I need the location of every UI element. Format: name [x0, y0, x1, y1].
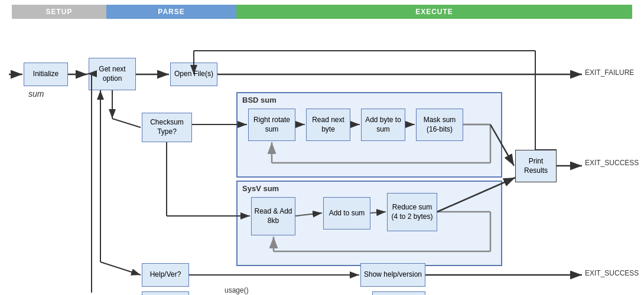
sum-label: sum [28, 89, 44, 99]
phase-bar: SETUP PARSE EXECUTE [12, 5, 632, 19]
read-add-8kb-box: Read & Add 8kb [251, 197, 295, 235]
usage-label: usage() [225, 286, 249, 294]
initialize-box: Initialize [24, 63, 68, 86]
svg-line-8 [112, 119, 141, 127]
unknown-box: Unknown [142, 291, 189, 295]
get-next-option-box: Get next option [89, 58, 136, 90]
phase-setup: SETUP [12, 5, 106, 19]
show-help-box: Show help [372, 291, 425, 295]
svg-line-35 [100, 262, 141, 275]
phase-parse: PARSE [106, 5, 236, 19]
diagram: BSD sum SysV sum Initialize sum Get next… [6, 21, 638, 293]
read-next-byte-box: Read next byte [306, 109, 350, 141]
show-help-version-box: Show help/version [360, 263, 425, 287]
sysv-group-label: SysV sum [242, 184, 279, 193]
add-byte-to-sum-box: Add byte to sum [361, 109, 405, 141]
open-files-box: Open File(s) [170, 63, 217, 86]
print-results-box: Print Results [515, 150, 557, 182]
exit-success-2: EXIT_SUCCESS [585, 269, 639, 277]
mask-sum-box: Mask sum (16-bits) [416, 109, 463, 141]
phase-execute: EXECUTE [236, 5, 632, 19]
add-to-sum-box: Add to sum [323, 197, 370, 230]
reduce-sum-box: Reduce sum (4 to 2 bytes) [387, 193, 437, 231]
exit-success-1: EXIT_SUCCESS [585, 159, 639, 167]
help-ver-box: Help/Ver? [142, 263, 189, 287]
checksum-type-box: Checksum Type? [142, 113, 192, 142]
right-rotate-box: Right rotate sum [248, 109, 295, 141]
exit-failure-1: EXIT_FAILURE [585, 68, 634, 77]
bsd-group-label: BSD sum [242, 96, 277, 104]
